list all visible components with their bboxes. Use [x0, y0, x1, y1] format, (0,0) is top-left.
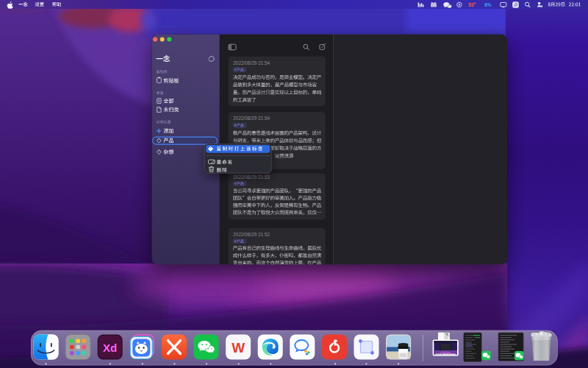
svg-text:2022/08/29 21:54: 2022/08/29 21:54: [233, 60, 270, 66]
svg-text:Xd: Xd: [103, 342, 117, 354]
svg-text:52°: 52°: [468, 2, 476, 7]
svg-text:8%: 8%: [484, 2, 492, 7]
svg-text:2022/08/29 21:54: 2022/08/29 21:54: [233, 116, 270, 121]
svg-text:W: W: [232, 340, 245, 355]
svg-text:2022/08/29 21:53: 2022/08/29 21:53: [233, 174, 270, 180]
svg-text:2022/08/29 21:52: 2022/08/29 21:52: [233, 232, 270, 237]
